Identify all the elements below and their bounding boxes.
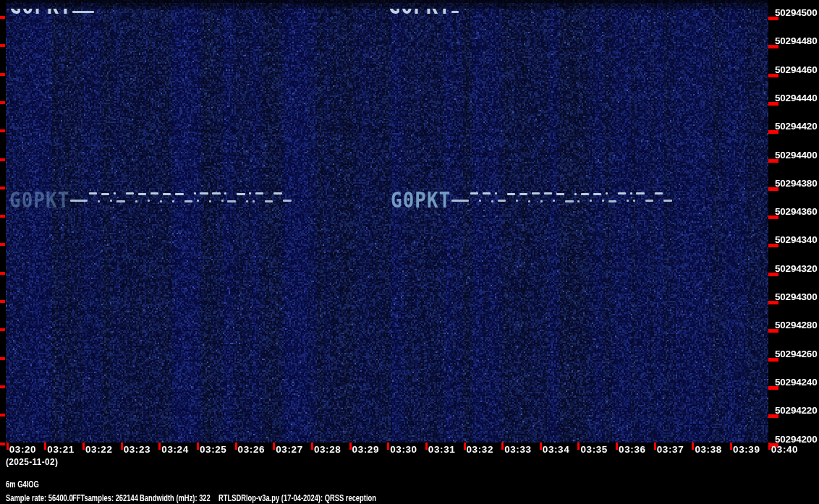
- left-freq-tick: [0, 272, 5, 275]
- freq-label: 50294340: [775, 235, 817, 244]
- time-label: 03:23: [124, 445, 151, 454]
- time-label: 03:28: [314, 445, 341, 454]
- left-freq-tick: [0, 300, 5, 303]
- left-freq-tick: [0, 158, 5, 161]
- freq-label: 50294320: [775, 264, 817, 273]
- time-label: 03:30: [390, 445, 417, 454]
- freq-tick: [768, 414, 778, 418]
- freq-tick: [768, 358, 778, 362]
- time-label: 03:26: [238, 445, 266, 454]
- time-tick: [692, 443, 694, 450]
- time-tick: [768, 443, 771, 450]
- left-freq-tick: [0, 357, 5, 360]
- qrss-grabber-screen: G0PKTG0PKTG0PKTG0PKT 5029450050294480502…: [0, 0, 819, 504]
- left-freq-tick: [0, 129, 5, 132]
- time-tick: [387, 443, 389, 450]
- time-tick: [121, 443, 123, 450]
- left-freq-tick: [0, 187, 5, 189]
- left-freq-tick: [0, 73, 5, 76]
- time-label: 03:33: [504, 445, 532, 454]
- freq-tick: [768, 130, 778, 134]
- freq-tick: [768, 215, 778, 219]
- freq-label: 50294460: [775, 65, 817, 74]
- freq-tick: [768, 244, 778, 247]
- freq-label: 50294480: [775, 36, 817, 46]
- time-label: 03:39: [733, 445, 760, 454]
- station-label: 6m G4IOG: [6, 479, 39, 490]
- time-label: 03:34: [543, 445, 570, 454]
- freq-label: 50294300: [775, 292, 817, 302]
- time-label: 03:24: [161, 445, 189, 454]
- freq-tick: [768, 301, 778, 304]
- freq-tick: [768, 74, 778, 77]
- time-label: 03:22: [85, 445, 113, 454]
- time-tick: [273, 443, 275, 450]
- time-label: 03:38: [695, 445, 722, 454]
- time-tick: [577, 443, 580, 450]
- time-tick: [501, 443, 504, 450]
- freq-label: 50294440: [775, 93, 817, 103]
- fft-samples-label: FFTsamples: 262144: [72, 492, 138, 503]
- freq-label: 50294500: [775, 8, 817, 17]
- left-freq-tick: [0, 101, 5, 104]
- time-tick: [7, 443, 9, 450]
- freq-label: 50294360: [775, 207, 817, 216]
- freq-tick: [768, 17, 778, 20]
- left-freq-tick: [0, 44, 5, 47]
- time-label: 03:20: [9, 445, 37, 454]
- left-freq-tick: [0, 16, 5, 19]
- time-tick: [616, 443, 618, 450]
- time-tick: [82, 443, 85, 450]
- left-freq-tick: [0, 443, 5, 445]
- freq-tick: [768, 273, 778, 276]
- time-label: 03:25: [200, 445, 227, 454]
- left-freq-tick: [0, 385, 5, 388]
- time-label: 03:36: [619, 445, 646, 454]
- freq-tick: [768, 386, 778, 390]
- time-label: 03:29: [352, 445, 380, 454]
- freq-label: 50294400: [775, 150, 817, 160]
- spectrogram-canvas: [6, 0, 768, 443]
- time-label: 03:31: [428, 445, 456, 454]
- freq-label: 50294200: [775, 435, 817, 444]
- sample-rate-label: Sample rate: 56400.0: [6, 492, 73, 503]
- freq-tick: [768, 45, 778, 48]
- time-label: 03:21: [47, 445, 75, 454]
- time-tick: [464, 443, 466, 450]
- time-label: 03:27: [276, 445, 303, 454]
- time-tick: [730, 443, 732, 450]
- time-label: 03:37: [657, 445, 684, 454]
- freq-label: 50294380: [775, 179, 817, 188]
- time-label: 03:35: [580, 445, 608, 454]
- time-label: 03:32: [467, 445, 494, 454]
- left-freq-tick: [0, 243, 5, 246]
- time-label: 03:40: [771, 445, 799, 454]
- time-tick: [235, 443, 237, 450]
- time-tick: [540, 443, 542, 450]
- time-tick: [197, 443, 199, 450]
- left-freq-tick: [0, 414, 5, 417]
- left-freq-tick: [0, 328, 5, 331]
- freq-label: 50294220: [775, 406, 817, 415]
- time-tick: [311, 443, 313, 450]
- date-label: (2025-11-02): [6, 456, 58, 467]
- time-tick: [44, 443, 46, 450]
- time-tick: [349, 443, 352, 450]
- time-tick: [654, 443, 656, 450]
- freq-tick: [768, 329, 778, 333]
- freq-tick: [768, 102, 778, 106]
- freq-label: 50294280: [775, 320, 817, 330]
- freq-tick: [768, 443, 778, 447]
- freq-tick: [768, 159, 778, 163]
- freq-label: 50294240: [775, 377, 817, 387]
- time-tick: [425, 443, 428, 450]
- freq-tick: [768, 187, 778, 191]
- freq-label: 50294260: [775, 349, 817, 359]
- left-freq-tick: [0, 215, 5, 218]
- freq-label: 50294420: [775, 121, 817, 131]
- bandwidth-label: Bandwidth (mHz): 322: [140, 492, 211, 503]
- app-info-label: RTLSDRlop-v3a.py (17-04-2024): QRSS rece…: [218, 492, 376, 503]
- time-tick: [158, 443, 161, 450]
